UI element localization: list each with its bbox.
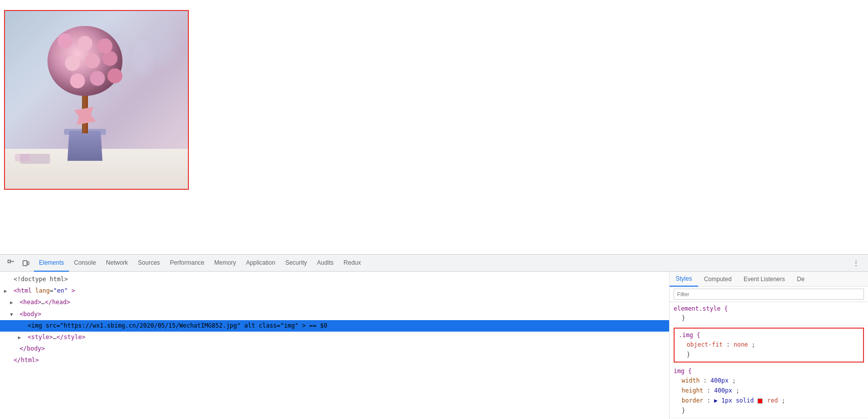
tab-application[interactable]: Application: [241, 255, 280, 255]
tab-performance[interactable]: Performance: [165, 255, 209, 255]
tab-console[interactable]: Console: [69, 255, 101, 255]
flower-image: [5, 11, 188, 189]
tab-redux[interactable]: Redux: [339, 255, 366, 255]
tab-sources[interactable]: Sources: [133, 255, 165, 255]
tab-security[interactable]: Security: [280, 255, 312, 255]
flower-pot: [67, 131, 102, 161]
tab-memory[interactable]: Memory: [209, 255, 241, 255]
ribbon: [74, 107, 96, 125]
flower-ball: [47, 26, 122, 96]
tab-elements[interactable]: Elements: [34, 255, 69, 255]
tab-audits[interactable]: Audits: [312, 255, 338, 255]
tab-network[interactable]: Network: [101, 255, 133, 255]
browser-content: [0, 0, 868, 255]
devtools-panel: Elements Console Network Sources Perform…: [0, 254, 868, 255]
image-container: [4, 10, 189, 190]
